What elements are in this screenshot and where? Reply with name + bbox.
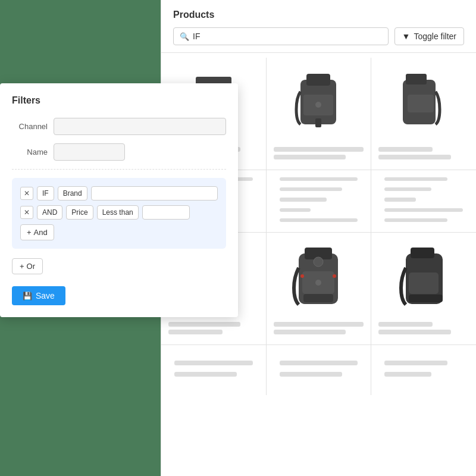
condition-row-1: ✕ IF Brand	[20, 186, 218, 201]
svg-rect-9	[315, 118, 321, 127]
search-input-wrapper[interactable]: 🔍 IF	[173, 27, 389, 45]
product-line	[174, 361, 253, 365]
channel-filter-row: Channel	[12, 118, 226, 135]
search-value: IF	[193, 32, 200, 41]
product-line	[378, 322, 433, 327]
condition-2-field: Price	[66, 205, 93, 220]
or-button[interactable]: + Or	[12, 258, 43, 274]
products-header: Products 🔍 IF ▼ Toggle filter	[161, 0, 476, 53]
product-lines	[378, 322, 469, 337]
product-lines	[378, 147, 469, 162]
condition-2-connector: AND	[37, 205, 62, 220]
svg-rect-29	[409, 295, 443, 302]
or-label: Or	[27, 262, 35, 271]
product-line	[280, 198, 327, 201]
add-and-label: And	[34, 228, 48, 237]
product-line	[280, 361, 358, 365]
toggle-filter-button[interactable]: ▼ Toggle filter	[394, 27, 464, 45]
product-line	[280, 177, 358, 181]
remove-condition-1-button[interactable]: ✕	[20, 187, 33, 200]
product-line	[274, 147, 364, 152]
product-cell[interactable]	[267, 58, 371, 170]
svg-point-23	[315, 280, 321, 286]
product-line	[168, 322, 240, 327]
product-line	[274, 155, 346, 159]
svg-rect-27	[411, 248, 434, 258]
remove-condition-2-button[interactable]: ✕	[20, 206, 33, 219]
search-bar: 🔍 IF ▼ Toggle filter	[173, 27, 464, 45]
svg-point-8	[315, 102, 321, 108]
product-cell[interactable]	[371, 58, 476, 170]
product-cell[interactable]	[267, 345, 371, 395]
product-line	[378, 147, 433, 152]
save-button[interactable]: 💾 Save	[12, 286, 65, 305]
product-line	[384, 187, 431, 191]
svg-point-24	[300, 274, 304, 278]
filter-divider	[12, 169, 226, 170]
product-image-5	[274, 240, 364, 317]
product-cell[interactable]	[267, 170, 371, 232]
channel-input[interactable]	[54, 118, 226, 135]
product-cell[interactable]	[267, 233, 371, 345]
svg-rect-12	[408, 95, 434, 112]
svg-rect-28	[409, 273, 439, 294]
product-line	[280, 218, 358, 222]
condition-row-2: ✕ AND Price Less than	[20, 205, 218, 220]
condition-2-operator: Less than	[97, 205, 139, 220]
product-line	[280, 187, 342, 191]
product-cell[interactable]	[161, 345, 266, 395]
product-line	[168, 330, 223, 334]
product-line	[274, 330, 346, 334]
add-and-button[interactable]: + And	[20, 224, 54, 240]
product-line	[280, 372, 342, 377]
svg-rect-6	[306, 74, 330, 86]
condition-2-value-input[interactable]	[142, 205, 190, 220]
product-line	[384, 372, 431, 377]
or-plus-icon: +	[20, 262, 24, 271]
product-image-6	[378, 240, 469, 317]
filters-panel: Filters Channel Name ✕ IF Brand ✕ AND Pr…	[0, 83, 238, 317]
name-input[interactable]	[54, 143, 125, 161]
svg-rect-11	[406, 74, 427, 84]
product-lines	[168, 322, 259, 337]
condition-1-field: Brand	[58, 186, 87, 201]
product-line	[384, 177, 447, 181]
product-image-2	[274, 65, 364, 142]
page-title: Products	[173, 10, 464, 20]
conditions-area: ✕ IF Brand ✕ AND Price Less than + And	[12, 178, 226, 249]
product-lines	[274, 147, 364, 162]
product-cell[interactable]	[371, 233, 476, 345]
svg-point-22	[314, 257, 323, 267]
product-line	[384, 218, 447, 222]
product-line	[280, 208, 311, 212]
product-lines	[274, 322, 364, 337]
product-line	[384, 198, 416, 201]
product-line	[384, 208, 463, 212]
product-image-3	[378, 65, 469, 142]
save-icon: 💾	[23, 292, 32, 300]
name-label: Name	[12, 148, 48, 156]
product-line	[174, 372, 237, 377]
filter-icon: ▼	[402, 32, 411, 41]
product-cell[interactable]	[371, 170, 476, 232]
plus-icon: +	[27, 228, 32, 237]
svg-point-25	[333, 274, 336, 278]
product-line	[378, 330, 450, 334]
save-label: Save	[36, 291, 55, 300]
product-cell[interactable]	[371, 345, 476, 395]
name-filter-row: Name	[12, 143, 226, 161]
product-line	[378, 155, 450, 159]
condition-1-value-input[interactable]	[91, 186, 218, 201]
channel-label: Channel	[12, 122, 48, 131]
svg-rect-21	[303, 294, 333, 302]
toggle-filter-label: Toggle filter	[414, 32, 456, 41]
filters-title: Filters	[12, 95, 226, 106]
product-line	[384, 361, 447, 365]
product-line	[274, 322, 364, 327]
search-icon: 🔍	[180, 32, 189, 41]
condition-1-connector: IF	[37, 186, 54, 201]
